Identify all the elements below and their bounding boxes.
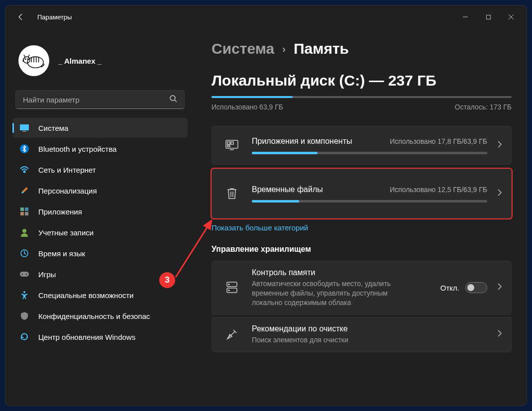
chevron-right-icon: › <box>282 43 286 55</box>
content-area: _ Almanex _ Система <box>5 28 527 406</box>
mgmt-title: Контроль памяти <box>252 268 433 277</box>
sidebar-item-update[interactable]: Центр обновления Windows <box>12 327 188 347</box>
settings-window: Параметры <box>5 5 527 406</box>
svg-point-6 <box>25 59 26 60</box>
category-bar <box>252 200 487 203</box>
sidebar: _ Almanex _ Система <box>5 28 195 406</box>
window-controls <box>454 5 523 28</box>
svg-rect-25 <box>227 142 230 144</box>
disk-usage-bar <box>212 96 512 98</box>
svg-rect-20 <box>20 272 29 277</box>
svg-point-13 <box>24 171 25 173</box>
minimize-button[interactable] <box>454 5 477 28</box>
sidebar-item-accounts[interactable]: Учетные записи <box>12 222 188 242</box>
sidebar-item-network[interactable]: Сеть и Интернет <box>12 160 188 180</box>
svg-point-34 <box>228 290 229 291</box>
sidebar-item-label: Сеть и Интернет <box>38 166 96 174</box>
profile[interactable]: _ Almanex _ <box>12 40 188 86</box>
wifi-icon <box>19 165 29 175</box>
gamepad-icon <box>19 269 29 279</box>
svg-rect-16 <box>20 212 24 215</box>
maximize-button[interactable] <box>477 5 500 28</box>
search-box[interactable] <box>15 90 185 109</box>
svg-point-23 <box>23 291 25 293</box>
category-title: Приложения и компоненты <box>252 137 352 146</box>
sidebar-item-label: Персонализация <box>38 187 97 195</box>
sidebar-item-label: Специальные возможности <box>38 291 134 300</box>
sidebar-item-label: Приложения <box>38 207 82 216</box>
svg-rect-10 <box>20 124 29 130</box>
svg-rect-26 <box>231 142 233 144</box>
toggle-area: Откл. <box>440 282 487 293</box>
category-bar-fill <box>252 152 318 154</box>
mgmt-body: Контроль памяти Автоматически освободить… <box>252 268 433 308</box>
mgmt-title: Рекомендации по очистке <box>252 324 487 333</box>
disk-free-label: Осталось: 173 ГБ <box>455 103 512 111</box>
category-temp-files[interactable]: Временные файлы Использовано 12,5 ГБ/63,… <box>212 169 512 218</box>
storage-mgmt-heading: Управление хранилищем <box>212 245 512 254</box>
toggle-knob <box>467 284 474 291</box>
disk-title: Локальный диск (C:) — 237 ГБ <box>212 72 512 89</box>
show-more-categories[interactable]: Показать больше категорий <box>212 223 512 232</box>
category-bar <box>252 152 487 154</box>
brush-icon <box>19 186 29 196</box>
back-button[interactable] <box>13 9 28 24</box>
svg-rect-11 <box>22 131 26 132</box>
nav: Система Bluetooth и устройства Сеть и Ин… <box>12 118 188 347</box>
category-body: Приложения и компоненты Использовано 17,… <box>252 137 487 154</box>
mgmt-body: Рекомендации по очистке Поиск элементов … <box>252 324 487 345</box>
app-title: Параметры <box>37 13 72 21</box>
category-title: Временные файлы <box>252 185 323 194</box>
chevron-right-icon <box>497 140 502 150</box>
close-button[interactable] <box>500 5 523 28</box>
svg-point-18 <box>22 229 26 233</box>
toggle-label: Откл. <box>440 284 459 292</box>
sidebar-item-label: Конфиденциальность и безопас <box>38 312 150 320</box>
disk-used-label: Использовано 63,9 ГБ <box>212 103 283 111</box>
chevron-right-icon <box>497 329 502 339</box>
category-apps[interactable]: Приложения и компоненты Использовано 17,… <box>212 126 512 165</box>
sidebar-item-label: Система <box>38 124 68 132</box>
storage-sense-toggle[interactable] <box>465 282 487 293</box>
mgmt-desc: Поиск элементов для очистки <box>252 335 391 345</box>
breadcrumb-parent[interactable]: Система <box>212 40 274 57</box>
search-icon <box>169 95 177 104</box>
main-panel: Система › Память Локальный диск (C:) — 2… <box>195 28 527 406</box>
breadcrumb-current: Память <box>294 40 349 57</box>
accessibility-icon <box>19 290 29 300</box>
update-icon <box>19 332 29 342</box>
disk-labels: Использовано 63,9 ГБ Осталось: 173 ГБ <box>212 103 512 111</box>
bluetooth-icon <box>19 144 29 154</box>
sidebar-item-bluetooth[interactable]: Bluetooth и устройства <box>12 139 188 159</box>
chevron-right-icon <box>497 189 502 199</box>
category-usage: Использовано 12,5 ГБ/63,9 ГБ <box>390 186 487 194</box>
breadcrumb: Система › Память <box>212 40 512 57</box>
sidebar-item-label: Игры <box>38 270 56 279</box>
sidebar-item-personalization[interactable]: Персонализация <box>12 181 188 201</box>
svg-rect-1 <box>486 15 490 19</box>
svg-rect-27 <box>227 145 230 147</box>
sidebar-item-label: Учетные записи <box>38 228 94 237</box>
storage-sense-card[interactable]: Контроль памяти Автоматически освободить… <box>212 261 512 315</box>
sidebar-item-time-language[interactable]: Время и язык <box>12 243 188 263</box>
svg-rect-17 <box>25 212 28 215</box>
broom-icon <box>223 328 241 340</box>
cleanup-recommendations-card[interactable]: Рекомендации по очистке Поиск элементов … <box>212 317 512 352</box>
sidebar-item-privacy[interactable]: Конфиденциальность и безопас <box>12 306 188 326</box>
category-body: Временные файлы Использовано 12,5 ГБ/63,… <box>252 185 487 203</box>
sidebar-item-accessibility[interactable]: Специальные возможности <box>12 285 188 305</box>
shield-icon <box>19 311 29 321</box>
username: _ Almanex _ <box>58 57 102 65</box>
svg-point-7 <box>27 59 28 60</box>
sidebar-item-label: Bluetooth и устройства <box>38 145 116 153</box>
apps-screen-icon <box>223 140 241 151</box>
svg-point-33 <box>228 284 229 285</box>
titlebar: Параметры <box>5 5 527 28</box>
category-bar-fill <box>252 200 299 203</box>
avatar <box>18 45 49 76</box>
category-usage: Использовано 17,8 ГБ/63,9 ГБ <box>390 137 487 145</box>
sidebar-item-apps[interactable]: Приложения <box>12 202 188 221</box>
sidebar-item-system[interactable]: Система <box>12 118 188 138</box>
search-input[interactable] <box>23 96 169 104</box>
chevron-right-icon <box>497 283 502 293</box>
